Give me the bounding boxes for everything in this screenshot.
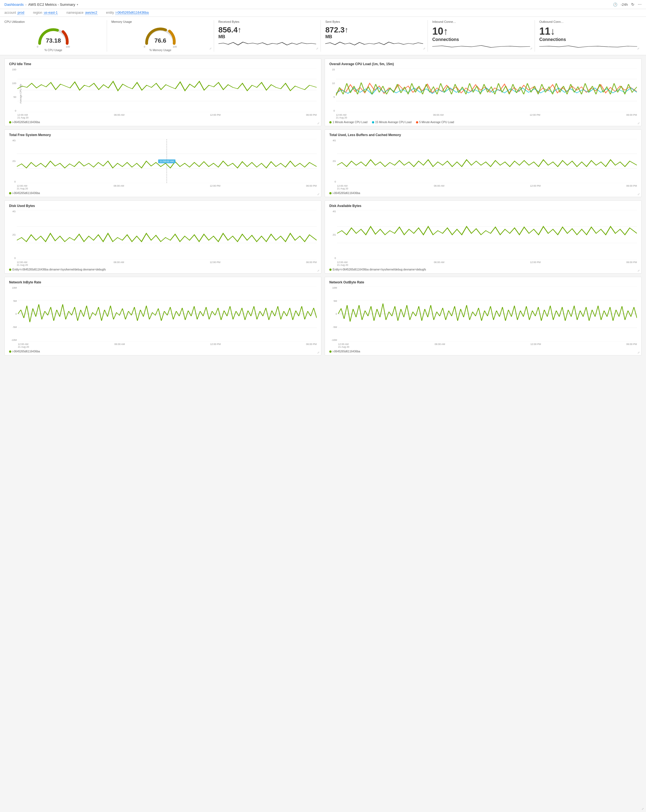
- more-icon[interactable]: ⋯: [638, 2, 641, 7]
- filter-region-value[interactable]: us-east-1: [44, 11, 58, 15]
- expand-icon-free-mem[interactable]: ⤢: [317, 193, 320, 196]
- filter-namespace-value[interactable]: aws/ec2: [85, 11, 97, 15]
- disk-used-svg: [17, 210, 317, 259]
- cpu-gauge-minmax: 0 100: [37, 45, 70, 48]
- network-in-xaxis: 12:00 AM21 Aug 20 06:00 AM 12:00 PM 06:0…: [18, 343, 317, 348]
- card-sent-bytes: Sent Bytes 872.3↑ MB ⤢: [321, 20, 428, 52]
- filter-entity-value[interactable]: i-0645265d6116436ba: [116, 11, 148, 15]
- panel-free-memory: Total Free System Memory 4G 2G 0: [5, 130, 321, 197]
- x-label-a2: 06:00 AM: [433, 113, 444, 119]
- card-sent-title: Sent Bytes: [325, 20, 423, 23]
- legend-1min: 1 Minute Average CPU Load: [329, 121, 367, 124]
- memory-gauge-wrap: 76.6: [144, 26, 177, 45]
- cpu-idle-chart: Average CPU Idle 12:00 AM21 Aug 20 06:0: [17, 68, 317, 119]
- legend-network-out: i-0645265d6116436ba: [329, 350, 360, 353]
- legend-label-network-in: i-0645265d6116436ba: [12, 350, 40, 353]
- legend-label-disk-used: Entity=i-0645265d6116436ba dirname=/sys/…: [12, 268, 106, 271]
- x-label-a4: 06:00 PM: [626, 113, 637, 119]
- filter-account-value[interactable]: prod: [18, 11, 24, 15]
- card-outbound-title: Outbound Conn…: [539, 20, 637, 23]
- network-in-svg: [18, 287, 317, 341]
- free-memory-title: Total Free System Memory: [9, 133, 317, 137]
- legend-label-disk-available: Entity=i-0645265d6116436ba dirname=/sys/…: [333, 268, 426, 271]
- inbound-value: 10↑: [432, 26, 530, 37]
- legend-cpu-idle: i-0645265d6116436ba: [9, 121, 40, 124]
- expand-icon-sent[interactable]: ⤢: [423, 47, 426, 50]
- avg-cpu-xaxis: 12:00 AM21 Aug 20 06:00 AM 12:00 PM 06:0…: [336, 113, 637, 119]
- disk-available-yaxis: 4G 2G 0: [329, 210, 337, 259]
- expand-icon-used-mem[interactable]: ⤢: [637, 193, 640, 196]
- expand-icon-inbound[interactable]: ⤢: [530, 47, 533, 50]
- refresh-icon[interactable]: ↻: [631, 2, 634, 7]
- sent-value: 872.3↑: [325, 26, 348, 34]
- card-received-bytes: Received Bytes 856.4↑ MB ⤢: [214, 20, 321, 52]
- y-n10m-in: -10M: [11, 339, 17, 341]
- card-memory-title: Memory Usage: [112, 20, 210, 23]
- expand-icon-network-in[interactable]: ⤢: [317, 351, 320, 354]
- breadcrumb: Dashboards › AWS EC2 Metrics - Summary ▾: [5, 3, 78, 7]
- legend-dot-disk-available: [329, 269, 332, 271]
- x-label-fm3: 12:00 PM: [210, 185, 220, 190]
- x-label-3: 12:00 PM: [210, 113, 220, 119]
- legend-dot-free-mem: [9, 192, 11, 194]
- legend-dot-5min: [416, 121, 418, 124]
- legend-network-in: i-0645265d6116436ba: [9, 350, 40, 353]
- x-label-um1: 12:00 AM21 Aug 20: [337, 185, 348, 190]
- cpu-min: 0: [37, 45, 38, 48]
- y-4g: 4G: [12, 139, 16, 142]
- y-5: 5: [334, 96, 335, 98]
- received-value: 856.4↑: [219, 26, 242, 34]
- memory-gauge-minmax: 0 100: [144, 45, 177, 48]
- avg-cpu-load-title: Overall Average CPU Load (1m, 5m, 15m): [329, 62, 637, 66]
- legend-dot-cpu-idle: [9, 121, 11, 124]
- memory-min: 0: [144, 45, 145, 48]
- expand-icon-disk-available[interactable]: ⤢: [637, 269, 640, 272]
- expand-icon-avg-cpu[interactable]: ⤢: [637, 122, 640, 125]
- y-0-du: 0: [14, 257, 16, 259]
- cpu-idle-legend: i-0645265d6116436ba: [9, 121, 317, 124]
- free-memory-yaxis: 4G 2G 0: [9, 139, 17, 183]
- x-label-ni3: 12:00 PM: [210, 343, 221, 348]
- expand-icon-received[interactable]: ⤢: [316, 47, 318, 50]
- legend-dot-15min: [372, 121, 374, 124]
- panel-network-out: Network OutByte Rate 10M 5M 0 -5M -10M: [325, 277, 641, 356]
- used-memory-legend: i-0645265d6116436ba: [329, 192, 637, 195]
- summary-cards: CPU Utilization 73.18 0 100 % CPU Usage …: [0, 17, 646, 55]
- legend-dot-network-in: [9, 351, 11, 353]
- expand-icon-network-out[interactable]: ⤢: [637, 351, 640, 354]
- y-2g-du: 2G: [12, 234, 16, 236]
- x-label-no1: 12:00 AM21 Aug 20: [338, 343, 349, 348]
- x-label-no2: 06:00 AM: [435, 343, 445, 348]
- y-0: 0: [15, 109, 16, 112]
- expand-icon-outbound[interactable]: ⤢: [637, 47, 639, 50]
- breadcrumb-dashboards[interactable]: Dashboards: [5, 3, 24, 7]
- y-150: 150: [12, 68, 16, 71]
- card-inbound-title: Inbound Conne…: [432, 20, 530, 23]
- y-0c: 0: [14, 180, 16, 183]
- time-range[interactable]: -24h: [621, 3, 628, 7]
- expand-icon-cpu-idle[interactable]: ⤢: [317, 122, 320, 125]
- network-out-title: Network OutByte Rate: [329, 280, 637, 284]
- free-memory-chart: 11:59:02 AM 12:00 AM21 Aug 20 06:00 AM 1…: [17, 139, 317, 190]
- cpu-gauge-container: 73.18 0 100 % CPU Usage: [5, 26, 103, 52]
- y-4g-du: 4G: [12, 210, 16, 213]
- legend-disk-used: Entity=i-0645265d6116436ba dirname=/sys/…: [9, 268, 106, 271]
- legend-label-network-out: i-0645265d6116436ba: [333, 350, 360, 353]
- x-label-2: 06:00 AM: [114, 113, 124, 119]
- expand-icon-memory[interactable]: ⤢: [210, 47, 211, 50]
- legend-used-mem: i-0645265d6116436ba: [329, 192, 360, 195]
- chart-row-4: Network InByte Rate 10M 5M 0 -5M -10M: [5, 277, 641, 356]
- disk-available-title: Disk Available Bytes: [329, 204, 637, 208]
- legend-15min: 15 Minute Average CPU Load: [372, 121, 412, 124]
- y-100: 100: [12, 82, 16, 85]
- top-bar-right: 🕐 -24h ↻ ⋯: [613, 2, 641, 7]
- free-memory-tooltip: 11:59:02 AM: [158, 159, 176, 163]
- card-cpu-title: CPU Utilization: [5, 20, 103, 23]
- disk-used-chart: 12:00 AM21 Aug 20 06:00 AM 12:00 PM 06:0…: [17, 210, 317, 266]
- expand-icon-disk-used[interactable]: ⤢: [317, 269, 320, 272]
- y-50: 50: [14, 96, 16, 98]
- network-in-legend: i-0645265d6116436ba: [9, 350, 317, 353]
- legend-dot-disk-used: [9, 269, 11, 271]
- filter-entity: entity i-0645265d6116436ba: [106, 11, 149, 15]
- chart-row-1: CPU Idle Time 150 100 50 0 Average CPU I…: [5, 58, 641, 126]
